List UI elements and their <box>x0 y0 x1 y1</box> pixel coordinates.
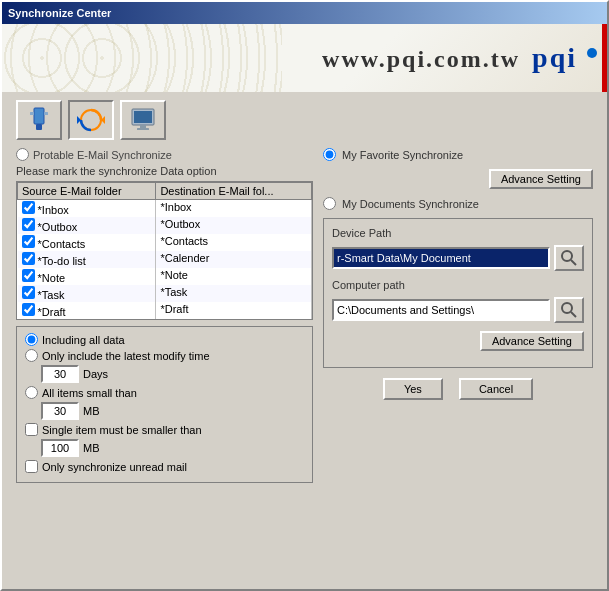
table-row: *Contacts *Contacts <box>18 234 312 251</box>
mb-row1: MB <box>41 402 304 420</box>
favorite-sync-label: My Favorite Synchronize <box>342 149 463 161</box>
include-all-row: Including all data <box>25 333 304 346</box>
table-row: *Task *Task <box>18 285 312 302</box>
monitor-button[interactable] <box>120 100 166 140</box>
source-cell: *To-do list <box>18 251 156 268</box>
row-checkbox[interactable] <box>22 269 35 282</box>
days-label: Days <box>83 368 108 380</box>
cancel-button[interactable]: Cancel <box>459 378 533 400</box>
email-table: Source E-Mail folder Destination E-Mail … <box>17 182 312 319</box>
usb-icon <box>25 106 53 134</box>
dest-cell: *Outbox <box>156 217 312 234</box>
browse-icon2 <box>559 300 579 320</box>
dest-cell: *Contacts <box>156 234 312 251</box>
col-dest: Destination E-Mail fol... <box>156 183 312 200</box>
row-checkbox[interactable] <box>22 286 35 299</box>
unread-only-check[interactable] <box>25 460 38 473</box>
title-bar: Synchronize Center <box>2 2 607 24</box>
unread-only-row: Only synchronize unread mail <box>25 460 304 473</box>
days-row: Days <box>41 365 304 383</box>
url-text: www.pqi.com.tw <box>322 46 520 72</box>
advance-setting-btn1[interactable]: Advance Setting <box>489 169 593 189</box>
advance-setting-btn2[interactable]: Advance Setting <box>480 331 584 351</box>
mb-input2[interactable] <box>41 439 79 457</box>
only-latest-radio[interactable] <box>25 349 38 362</box>
table-row: *Inbox *Inbox <box>18 200 312 218</box>
svg-line-14 <box>571 312 576 317</box>
svg-rect-3 <box>44 112 48 115</box>
single-item-check[interactable] <box>25 423 38 436</box>
device-path-row <box>332 245 584 271</box>
table-row: *Outbox *Outbox <box>18 217 312 234</box>
source-cell: *Note <box>18 268 156 285</box>
svg-line-12 <box>571 260 576 265</box>
svg-rect-8 <box>134 111 152 123</box>
source-cell: *Draft <box>18 302 156 319</box>
table-row: *Note *Note <box>18 268 312 285</box>
row-checkbox[interactable] <box>22 201 35 214</box>
table-row: *To-do list *Calender <box>18 251 312 268</box>
decorative-circles <box>2 24 282 92</box>
pqi-logo: pqi <box>532 42 577 73</box>
source-cell: *Contacts <box>18 234 156 251</box>
dest-cell: *Draft <box>156 302 312 319</box>
email-sync-label: Protable E-Mail Synchronize <box>33 149 172 161</box>
dest-cell: *Calender <box>156 251 312 268</box>
two-column-layout: Protable E-Mail Synchronize Please mark … <box>16 148 593 483</box>
favorite-sync-radio[interactable] <box>323 148 336 161</box>
row-checkbox[interactable] <box>22 218 35 231</box>
email-sync-radio[interactable] <box>16 148 29 161</box>
left-panel: Protable E-Mail Synchronize Please mark … <box>16 148 313 483</box>
browse-icon <box>559 248 579 268</box>
window-title: Synchronize Center <box>8 7 111 19</box>
mb-row2: MB <box>41 439 304 457</box>
email-sync-radio-row: Protable E-Mail Synchronize <box>16 148 313 161</box>
include-all-label: Including all data <box>42 334 125 346</box>
row-checkbox[interactable] <box>22 303 35 316</box>
documents-sync-radio[interactable] <box>323 197 336 210</box>
favorite-sync-row: My Favorite Synchronize <box>323 148 593 161</box>
only-latest-label: Only include the latest modify time <box>42 350 210 362</box>
documents-sync-row: My Documents Synchronize <box>323 197 593 210</box>
mb-label2: MB <box>83 442 100 454</box>
svg-rect-9 <box>140 125 146 128</box>
device-path-input[interactable] <box>332 247 550 269</box>
unread-only-label: Only synchronize unread mail <box>42 461 187 473</box>
small-than-radio[interactable] <box>25 386 38 399</box>
mb-label1: MB <box>83 405 100 417</box>
toolbar <box>16 100 593 140</box>
computer-browse-btn[interactable] <box>554 297 584 323</box>
single-item-row: Single item must be smaller than <box>25 423 304 436</box>
bottom-buttons: Yes Cancel <box>323 378 593 400</box>
right-panel: My Favorite Synchronize Advance Setting … <box>323 148 593 483</box>
dest-cell: *Note <box>156 268 312 285</box>
header-banner: www.pqi.com.tw pqi <box>2 24 607 92</box>
days-input[interactable] <box>41 365 79 383</box>
svg-rect-1 <box>36 124 42 130</box>
include-all-radio[interactable] <box>25 333 38 346</box>
options-box: Including all data Only include the late… <box>16 326 313 483</box>
mb-input1[interactable] <box>41 402 79 420</box>
svg-rect-2 <box>30 112 34 115</box>
source-cell: *Inbox <box>18 200 156 218</box>
email-table-container: Source E-Mail folder Destination E-Mail … <box>16 181 313 320</box>
svg-rect-0 <box>34 108 44 124</box>
device-browse-btn[interactable] <box>554 245 584 271</box>
sync-button[interactable] <box>68 100 114 140</box>
usb-button[interactable] <box>16 100 62 140</box>
computer-path-row <box>332 297 584 323</box>
single-item-label: Single item must be smaller than <box>42 424 202 436</box>
mark-label: Please mark the synchronize Data option <box>16 165 313 177</box>
svg-rect-10 <box>137 128 149 130</box>
sync-icon <box>77 106 105 134</box>
svg-point-13 <box>562 303 572 313</box>
red-stripe <box>602 24 607 92</box>
source-cell: *Outbox <box>18 217 156 234</box>
computer-path-input[interactable] <box>332 299 550 321</box>
main-content: Protable E-Mail Synchronize Please mark … <box>2 92 607 491</box>
header-logo: www.pqi.com.tw pqi <box>322 42 597 74</box>
yes-button[interactable]: Yes <box>383 378 443 400</box>
monitor-icon <box>129 106 157 134</box>
row-checkbox[interactable] <box>22 252 35 265</box>
row-checkbox[interactable] <box>22 235 35 248</box>
